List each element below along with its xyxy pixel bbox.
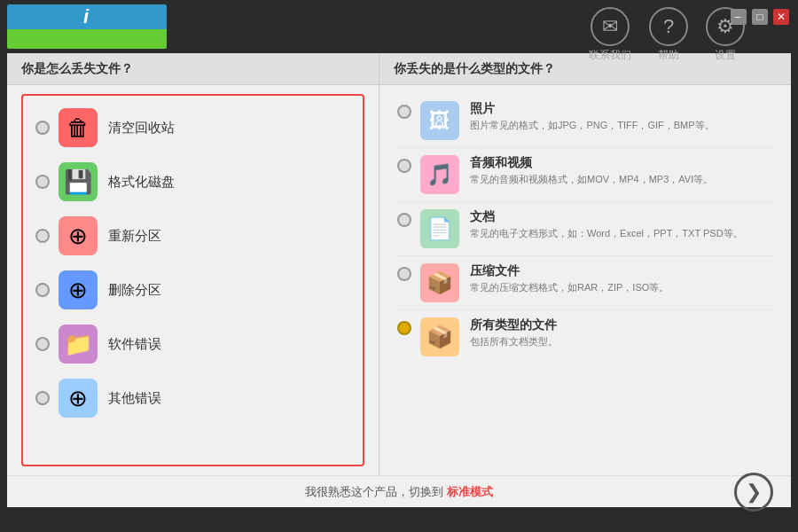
loss-item-format-disk[interactable]: 💾 格式化磁盘 xyxy=(32,155,354,209)
radio-empty-recycle[interactable] xyxy=(35,121,50,135)
settings-button[interactable]: ⚙ 设置 xyxy=(706,7,745,63)
loss-item-delete-partition[interactable]: ⊕ 删除分区 xyxy=(32,263,354,317)
logo-top: i xyxy=(7,4,167,29)
document-desc: 常见的电子文档形式，如：Word，Excel，PPT，TXT PSD等。 xyxy=(470,227,773,240)
photo-desc: 图片常见的格式，如JPG，PNG，TIFF，GIF，BMP等。 xyxy=(470,119,773,132)
next-button[interactable]: ❯ xyxy=(734,473,773,512)
help-icon: ? xyxy=(649,7,688,46)
loss-item-software-error[interactable]: 📁 软件错误 xyxy=(32,317,354,372)
loss-item-empty-recycle[interactable]: 🗑 清空回收站 xyxy=(32,101,354,155)
del-partition-icon: ⊕ xyxy=(59,270,98,309)
contact-us-button[interactable]: ✉ 联系我们 xyxy=(589,7,631,63)
file-type-compressed[interactable]: 📦 压缩文件 常见的压缩文档格式，如RAR，ZIP，ISO等。 xyxy=(394,256,777,310)
left-section-header: 你是怎么丢失文件？ xyxy=(7,53,379,84)
trash-icon: 🗑 xyxy=(59,108,98,147)
loss-label-format-disk: 格式化磁盘 xyxy=(108,174,175,191)
maximize-button[interactable]: □ xyxy=(752,9,768,25)
hdd-icon: 💾 xyxy=(59,162,98,201)
bottom-bar: 我很熟悉这个产品，切换到 标准模式 ❯ xyxy=(7,475,791,507)
logo-image: i xyxy=(7,4,167,49)
loss-label-delete-partition: 删除分区 xyxy=(108,282,161,299)
settings-label: 设置 xyxy=(715,48,736,63)
close-button[interactable]: ✕ xyxy=(773,9,789,25)
compressed-desc: 常见的压缩文档格式，如RAR，ZIP，ISO等。 xyxy=(470,281,773,294)
photo-title: 照片 xyxy=(470,101,773,117)
loss-label-software-error: 软件错误 xyxy=(108,336,161,353)
loss-item-other-error[interactable]: ⊕ 其他错误 xyxy=(32,372,354,425)
photo-text: 照片 图片常见的格式，如JPG，PNG，TIFF，GIF，BMP等。 xyxy=(470,101,773,132)
radio-format-disk[interactable] xyxy=(35,175,50,189)
logo-bottom xyxy=(7,29,167,49)
content-area: 🗑 清空回收站 💾 格式化磁盘 ⊕ 重新分区 ⊕ 删除分区 xyxy=(7,85,791,475)
gear-icon: ⚙ xyxy=(706,7,745,46)
toolbar-icons: ✉ 联系我们 ? 帮助 ⚙ 设置 xyxy=(589,7,745,63)
document-title: 文档 xyxy=(470,209,773,225)
right-panel: 🖼 照片 图片常见的格式，如JPG，PNG，TIFF，GIF，BMP等。 🎵 音… xyxy=(379,85,791,475)
document-icon: 📄 xyxy=(420,209,459,248)
radio-compressed[interactable] xyxy=(397,267,411,281)
zip-icon: 📦 xyxy=(420,263,459,302)
photo-icon: 🖼 xyxy=(420,101,459,140)
familiar-text: 我很熟悉这个产品，切换到 xyxy=(305,484,443,500)
loss-label-other-error: 其他错误 xyxy=(108,390,161,407)
document-text: 文档 常见的电子文档形式，如：Word，Excel，PPT，TXT PSD等。 xyxy=(470,209,773,240)
email-icon: ✉ xyxy=(591,7,630,46)
file-type-audio-video[interactable]: 🎵 音频和视频 常见的音频和视频格式，如MOV，MP4，MP3，AVI等。 xyxy=(394,148,777,202)
all-types-title: 所有类型的文件 xyxy=(470,317,773,333)
radio-audio-video[interactable] xyxy=(397,159,411,173)
radio-all-types[interactable] xyxy=(397,321,411,335)
other-icon: ⊕ xyxy=(59,379,98,418)
compressed-title: 压缩文件 xyxy=(470,263,773,279)
logo-area: i xyxy=(7,4,167,49)
radio-delete-partition[interactable] xyxy=(35,283,50,297)
all-types-desc: 包括所有文档类型。 xyxy=(470,335,773,348)
radio-repartition[interactable] xyxy=(35,229,50,243)
audio-video-title: 音频和视频 xyxy=(470,155,773,171)
file-type-all[interactable]: 📦 所有类型的文件 包括所有文档类型。 xyxy=(394,310,777,364)
software-icon: 📁 xyxy=(59,325,98,364)
file-type-document[interactable]: 📄 文档 常见的电子文档形式，如：Word，Excel，PPT，TXT PSD等… xyxy=(394,202,777,256)
logo-letter: i xyxy=(83,5,89,28)
left-panel-inner: 🗑 清空回收站 💾 格式化磁盘 ⊕ 重新分区 ⊕ 删除分区 xyxy=(21,94,364,466)
loss-label-repartition: 重新分区 xyxy=(108,228,161,245)
compressed-text: 压缩文件 常见的压缩文档格式，如RAR，ZIP，ISO等。 xyxy=(470,263,773,294)
loss-label-empty-recycle: 清空回收站 xyxy=(108,120,175,137)
help-button[interactable]: ? 帮助 xyxy=(649,7,688,63)
audio-video-text: 音频和视频 常见的音频和视频格式，如MOV，MP4，MP3，AVI等。 xyxy=(470,155,773,186)
audio-video-icon: 🎵 xyxy=(420,155,459,194)
standard-mode-link[interactable]: 标准模式 xyxy=(447,484,493,500)
repartition-icon: ⊕ xyxy=(59,216,98,255)
all-types-icon: 📦 xyxy=(420,317,459,356)
audio-video-desc: 常见的音频和视频格式，如MOV，MP4，MP3，AVI等。 xyxy=(470,173,773,186)
file-type-photo[interactable]: 🖼 照片 图片常见的格式，如JPG，PNG，TIFF，GIF，BMP等。 xyxy=(394,94,777,148)
radio-photo[interactable] xyxy=(397,105,411,119)
main-area: 你是怎么丢失文件？ 你丢失的是什么类型的文件？ 🗑 清空回收站 💾 格式化磁盘 xyxy=(7,53,791,507)
radio-other-error[interactable] xyxy=(35,391,50,405)
loss-item-repartition[interactable]: ⊕ 重新分区 xyxy=(32,209,354,263)
help-label: 帮助 xyxy=(658,48,679,63)
all-types-text: 所有类型的文件 包括所有文档类型。 xyxy=(470,317,773,348)
radio-software-error[interactable] xyxy=(35,337,50,351)
radio-document[interactable] xyxy=(397,213,411,227)
left-panel: 🗑 清空回收站 💾 格式化磁盘 ⊕ 重新分区 ⊕ 删除分区 xyxy=(7,85,379,475)
contact-us-label: 联系我们 xyxy=(589,48,631,63)
